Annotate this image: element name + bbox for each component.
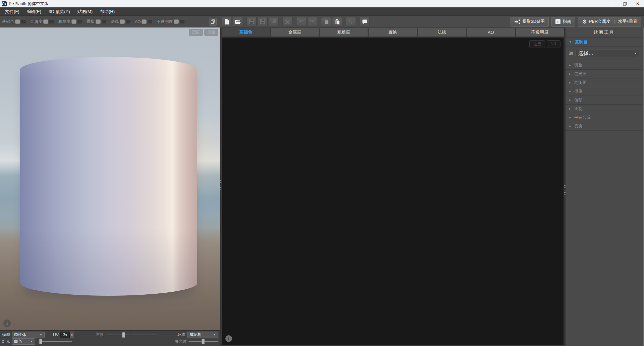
open-file-button[interactable] [233, 17, 243, 26]
minimize-icon [610, 2, 614, 6]
checkbox[interactable] [96, 19, 101, 24]
map-swatch [77, 20, 82, 23]
toggle-normal[interactable]: 法线 [111, 19, 130, 24]
light-select[interactable]: 白色 ▼ [12, 338, 35, 345]
cylinder-3d-model[interactable] [20, 57, 197, 296]
map-swatch [49, 20, 54, 23]
tab-opacity[interactable]: 不透明度 [516, 27, 564, 37]
info-square-icon: i [555, 19, 560, 24]
map-swatch [180, 20, 184, 23]
section-paint[interactable]: ▶ 绘制 [566, 105, 643, 113]
splitter-handle-icon[interactable] [220, 180, 221, 191]
texture-canvas-panel: 基础色 金属度 粗糙度 置换 法线 AO 不透明度 适应 1:1 i [221, 27, 564, 346]
toggle-displacement[interactable]: 置换 [87, 19, 106, 24]
environment-select[interactable]: 威尼斯 ▼ [187, 332, 218, 338]
toggle-opacity[interactable]: 不透明度 [157, 19, 184, 24]
checkbox[interactable] [71, 19, 76, 24]
tab-roughness[interactable]: 粗糙度 [319, 27, 368, 37]
exposure-slider[interactable] [189, 339, 218, 344]
section-adjust[interactable]: ▶ 调整 [566, 61, 643, 70]
section-transform[interactable]: ▶ 变换 [566, 122, 643, 131]
chevron-collapsed-icon: ▶ [569, 64, 571, 67]
section-offset[interactable]: ▶ 偏移 [566, 96, 643, 105]
menu-3d-preview[interactable]: 3D 预览(P) [45, 7, 74, 16]
close-button[interactable]: ✕ [631, 0, 644, 7]
toggle-ao[interactable]: AO [135, 19, 152, 24]
tab-metallic[interactable]: 金属度 [270, 27, 319, 37]
section-copy-from[interactable]: ▼ 复制自 [566, 38, 643, 47]
delete-button[interactable] [282, 17, 292, 26]
section-extract[interactable]: ▶ 抠像 [566, 87, 643, 96]
uv-stepper[interactable]: 3x ▲ ▼ [60, 332, 74, 338]
source-select[interactable]: 选择... ▼ [576, 50, 639, 57]
slider-thumb[interactable] [202, 339, 205, 344]
chevron-expanded-icon: ▼ [569, 40, 572, 44]
map-tools-panel: 贴图工具 ▼ 复制自 源 选择... ▼ ▶ 调整 ▶ 去光照 [566, 27, 644, 346]
toggle-metallic[interactable]: 金属度 [30, 19, 54, 24]
app-window: Px PixPlant5 简体中文版 ✕ 文件(F) 编辑(E) 3D 预览(P… [0, 0, 644, 346]
section-equalize[interactable]: ▶ 均衡化 [566, 78, 643, 87]
checkbox[interactable] [43, 19, 48, 24]
copy-button[interactable] [321, 17, 331, 26]
window-title: PixPlant5 简体中文版 [9, 1, 49, 7]
menu-maps[interactable]: 贴图(M) [74, 7, 97, 16]
viewport-fit-button[interactable]: 适应 [189, 29, 203, 36]
tab-displacement[interactable]: 置换 [368, 27, 417, 37]
checkbox[interactable] [174, 19, 179, 24]
minimize-button[interactable] [606, 0, 619, 7]
chevron-down-icon: ▼ [40, 333, 42, 336]
export-button[interactable] [269, 17, 279, 26]
save-button[interactable] [247, 17, 257, 26]
paste-button[interactable] [332, 17, 342, 26]
guide-button[interactable]: i 指南 [551, 17, 575, 27]
texture-canvas[interactable]: 适应 1:1 i [222, 38, 564, 345]
chevron-down-icon: ▼ [634, 52, 637, 55]
checkbox[interactable] [142, 19, 147, 24]
toggle-roughness[interactable]: 粗糙度 [58, 19, 82, 24]
viewport-info-icon[interactable]: i [3, 320, 11, 327]
chevron-down-icon: ▼ [30, 340, 33, 343]
spinner-arrows[interactable]: ▲ ▼ [70, 332, 74, 338]
menu-help[interactable]: 帮助(H) [96, 7, 118, 16]
pbr-mode-button[interactable]: ⚙ PBR金属度 | 水平+垂直 [578, 17, 641, 27]
reorder-button[interactable] [346, 17, 356, 26]
slider-thumb[interactable] [122, 332, 125, 338]
displace-slider[interactable] [106, 332, 156, 338]
source-label: 源 [569, 51, 573, 56]
canvas-1to1-button[interactable]: 1:1 [547, 40, 560, 48]
new-file-icon [224, 19, 229, 24]
chevron-collapsed-icon: ▶ [569, 99, 571, 102]
canvas-info-icon[interactable]: i [225, 335, 232, 342]
redo-button[interactable]: ↷ [307, 17, 317, 26]
canvas-fit-button[interactable]: 适应 [529, 40, 545, 48]
section-tile-compose[interactable]: ▶ 平铺合成 [566, 113, 643, 122]
slider-thumb[interactable] [39, 339, 42, 344]
undo-icon: ↶ [299, 19, 303, 24]
checkbox[interactable] [15, 19, 20, 24]
left-splitter[interactable] [220, 27, 221, 346]
tab-ao[interactable]: AO [467, 27, 515, 37]
extract-3d-maps-button[interactable]: 提取3D贴图 [511, 17, 549, 27]
menu-edit[interactable]: 编辑(E) [23, 7, 45, 16]
detach-3d-view-button[interactable] [209, 18, 217, 26]
save-as-button[interactable] [258, 17, 268, 26]
tab-basecolor[interactable]: 基础色 [221, 27, 270, 37]
model-select[interactable]: 圆柱体 ▼ [12, 332, 45, 338]
viewport-reset-button[interactable]: 重置 [204, 29, 218, 36]
section-delight[interactable]: ▶ 去光照 [566, 70, 643, 78]
up-down-arrows-icon [348, 19, 353, 24]
new-file-button[interactable] [222, 17, 232, 26]
comment-button[interactable] [360, 17, 370, 26]
checkbox[interactable] [120, 19, 125, 24]
restore-button[interactable] [619, 0, 631, 7]
3d-scene[interactable]: 适应 重置 i [0, 27, 220, 330]
detach-window-icon [211, 19, 215, 24]
tab-normal[interactable]: 法线 [418, 27, 466, 37]
undo-button[interactable]: ↶ [296, 17, 306, 26]
light-intensity-slider[interactable] [39, 339, 72, 344]
gear-icon: ⚙ [582, 19, 587, 24]
copy-icon [324, 19, 329, 24]
toggle-basecolor[interactable]: 基础色 [2, 19, 26, 24]
menubar: 文件(F) 编辑(E) 3D 预览(P) 贴图(M) 帮助(H) [0, 7, 644, 16]
menu-file[interactable]: 文件(F) [1, 7, 23, 16]
